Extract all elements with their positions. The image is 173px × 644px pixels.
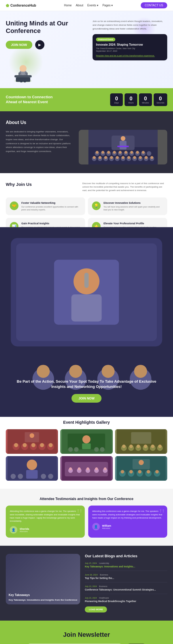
testimonial-1-quote: Attending this conference was a game-cha… [10, 510, 81, 523]
hero-card-date: September 16-17, 2024 [96, 50, 164, 52]
svg-point-2 [20, 65, 27, 72]
cta-join-button[interactable]: JOIN NOW [72, 394, 101, 403]
nav-home[interactable]: Home [64, 4, 72, 7]
nav-logo[interactable]: ⬟ ConferenceHub [6, 3, 36, 8]
blogs-section: Key Takeaways Key Takeaways: Innovations… [0, 546, 173, 621]
hero-cta-row: JOIN NOW ▶ [6, 40, 88, 49]
nav-about[interactable]: About [76, 4, 83, 7]
hero-card-title: Innovate 2024: Shaping Tomorrow [96, 43, 164, 46]
logo-text: ConferenceHub [10, 3, 36, 8]
hero-card-link[interactable]: Register Now and be a part of this trans… [96, 54, 164, 57]
hero-event-card: Featured Event Innovate 2024: Shaping To… [93, 34, 167, 60]
hero-join-button[interactable]: JOIN NOW [6, 41, 32, 49]
svg-rect-7 [14, 75, 32, 77]
blogs-image: Key Takeaways Key Takeaways: Innovations… [6, 554, 80, 604]
navigation: ⬟ ConferenceHub Home About Events ▾ Page… [0, 0, 173, 11]
svg-rect-8 [16, 77, 30, 82]
nav-events[interactable]: Events ▾ [87, 4, 98, 7]
hero-title: Uniting Minds at Our Conference [6, 20, 88, 35]
nav-pages[interactable]: Pages ▾ [102, 4, 113, 7]
logo-icon: ⬟ [6, 3, 9, 8]
hero-right: Join us for an extraordinary event where… [93, 20, 167, 60]
hero-left: Uniting Minds at Our Conference JOIN NOW… [6, 20, 88, 82]
hero-card-location: The Grand Exhibition Center, New York Ci… [96, 47, 164, 49]
speaker-svg [6, 53, 40, 82]
hero-speaker-figure [6, 53, 88, 82]
nav-cta-button[interactable]: CONTACT US [141, 2, 167, 8]
blogs-layout: Key Takeaways Key Takeaways: Innovations… [6, 554, 167, 612]
hero-card-badge: Featured Event [96, 38, 115, 41]
cta-text: Be Part of the Action, Secure Your Spot … [12, 379, 161, 389]
nav-links: Home About Events ▾ Pages ▾ [64, 4, 113, 7]
hero-play-button[interactable]: ▶ [35, 40, 44, 49]
hero-desc: Join us for an extraordinary event where… [93, 20, 167, 31]
testimonial-2-quote: Attending this conference was a game-cha… [92, 510, 163, 519]
